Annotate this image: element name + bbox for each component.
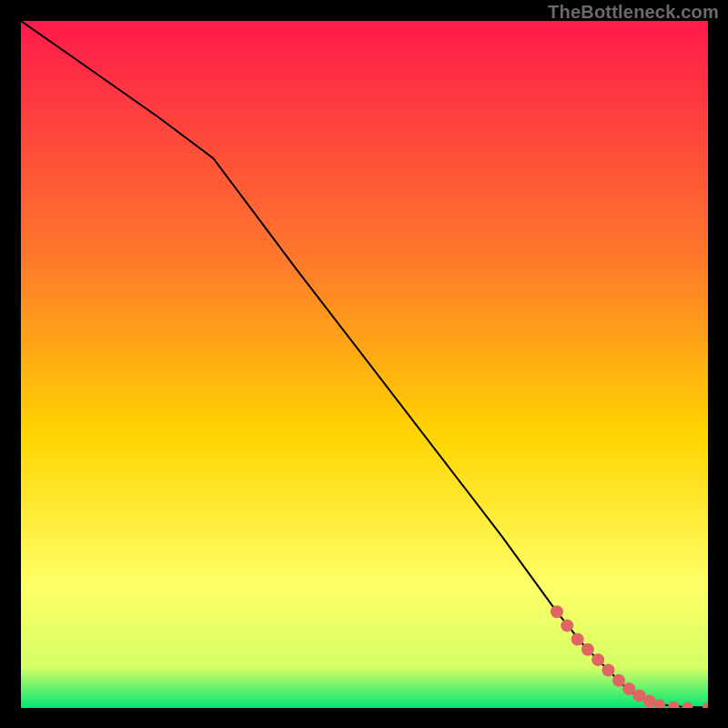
- data-marker: [602, 664, 615, 677]
- chart-svg: [21, 21, 708, 708]
- data-marker: [561, 619, 573, 632]
- gradient-background: [21, 21, 708, 708]
- data-marker: [592, 653, 604, 666]
- plot-area: [21, 21, 708, 708]
- data-marker: [643, 695, 656, 708]
- data-marker: [581, 643, 594, 656]
- data-marker: [612, 674, 625, 687]
- watermark-text: TheBottleneck.com: [548, 2, 719, 23]
- data-marker: [551, 605, 563, 618]
- data-marker: [571, 633, 584, 646]
- chart-stage: TheBottleneck.com: [0, 0, 728, 728]
